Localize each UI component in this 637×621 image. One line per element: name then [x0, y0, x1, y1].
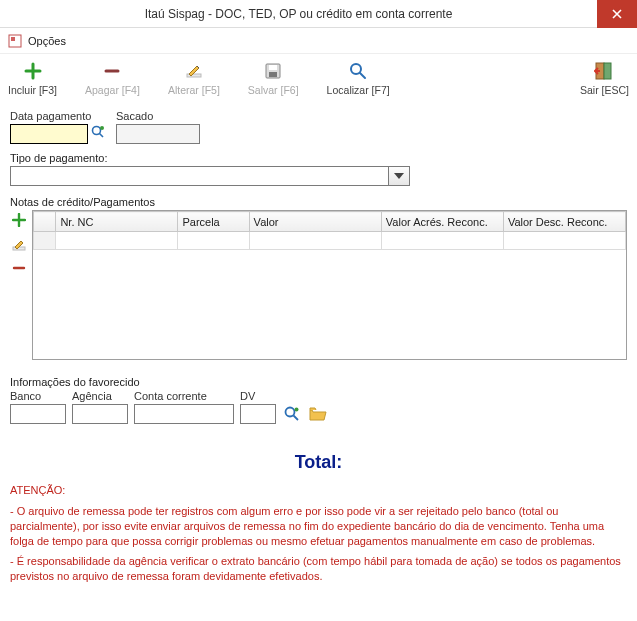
delete-button[interactable]: Apagar [F4] [85, 60, 140, 96]
data-pagamento-field: Data pagamento [10, 110, 106, 144]
grid-section: Notas de crédito/Pagamentos [10, 196, 627, 360]
total-label: Total: [295, 452, 343, 472]
sacado-field: Sacado [116, 110, 200, 144]
svg-point-13 [295, 408, 299, 412]
window-close-button[interactable] [597, 0, 637, 28]
agencia-input[interactable] [72, 404, 128, 424]
grid-col-nrnc[interactable]: Nr. NC [56, 212, 178, 232]
options-menu[interactable]: Opções [28, 35, 66, 47]
svg-rect-8 [604, 63, 611, 79]
tipo-pagamento-field: Tipo de pagamento: [10, 152, 627, 186]
sacado-input [116, 124, 200, 144]
plus-icon [22, 60, 44, 82]
svg-point-10 [100, 126, 104, 130]
window-title: Itaú Sispag - DOC, TED, OP ou crédito em… [0, 7, 597, 21]
tipo-pagamento-input[interactable] [10, 166, 388, 186]
warning-p1: - O arquivo de remessa pode ter registro… [10, 504, 627, 549]
find-button[interactable]: Localizar [F7] [327, 60, 390, 96]
grid-header-row: Nr. NC Parcela Valor Valor Acrés. Reconc… [34, 212, 626, 232]
conta-input[interactable] [134, 404, 234, 424]
conta-label: Conta corrente [134, 390, 234, 402]
grid-remove-button[interactable] [11, 260, 27, 276]
minus-icon [101, 60, 123, 82]
app-icon [8, 34, 22, 48]
edit-button[interactable]: Alterar [F5] [168, 60, 220, 96]
titlebar: Itaú Sispag - DOC, TED, OP ou crédito em… [0, 0, 637, 28]
save-button[interactable]: Salvar [F6] [248, 60, 299, 96]
grid-col-marker[interactable] [34, 212, 56, 232]
sacado-label: Sacado [116, 110, 200, 122]
dv-input[interactable] [240, 404, 276, 424]
svg-rect-4 [269, 65, 277, 70]
magnifier-small-icon [284, 406, 300, 422]
svg-rect-1 [11, 37, 15, 41]
door-exit-icon [593, 60, 615, 82]
data-pagamento-lookup-button[interactable] [90, 124, 106, 140]
tipo-pagamento-dropdown-button[interactable] [388, 166, 410, 186]
exit-button[interactable]: Sair [ESC] [580, 60, 629, 96]
grid-side-tools [10, 210, 28, 360]
magnifier-icon [347, 60, 369, 82]
dv-label: DV [240, 390, 276, 402]
total-line: Total: [10, 452, 627, 473]
grid-edit-button[interactable] [11, 236, 27, 252]
options-menu-row: Opções [0, 28, 637, 54]
favorecido-title: Informações do favorecido [10, 376, 627, 388]
pencil-icon [183, 60, 205, 82]
warning-block: ATENÇÃO: - O arquivo de remessa pode ter… [10, 483, 627, 584]
floppy-icon [262, 60, 284, 82]
warning-heading: ATENÇÃO: [10, 483, 627, 498]
warning-p2: - É responsabilidade da agência verifica… [10, 554, 627, 584]
grid-col-desc[interactable]: Valor Desc. Reconc. [503, 212, 625, 232]
favorecido-lookup-button[interactable] [282, 404, 302, 424]
svg-rect-5 [269, 72, 277, 77]
plus-small-icon [12, 213, 26, 227]
folder-open-icon [309, 406, 327, 422]
grid-col-parcela[interactable]: Parcela [178, 212, 249, 232]
svg-point-12 [286, 408, 295, 417]
grid-title: Notas de crédito/Pagamentos [10, 196, 627, 208]
favorecido-section: Informações do favorecido Banco Agência … [10, 376, 627, 424]
payments-grid[interactable]: Nr. NC Parcela Valor Valor Acrés. Reconc… [32, 210, 627, 360]
grid-col-acres[interactable]: Valor Acrés. Reconc. [381, 212, 503, 232]
favorecido-folder-button[interactable] [308, 404, 328, 424]
grid-col-valor[interactable]: Valor [249, 212, 381, 232]
data-pagamento-label: Data pagamento [10, 110, 106, 122]
banco-input[interactable] [10, 404, 66, 424]
minus-small-icon [12, 261, 26, 275]
close-icon [612, 9, 622, 19]
chevron-down-icon [394, 173, 404, 179]
include-button[interactable]: Incluir [F3] [8, 60, 57, 96]
agencia-label: Agência [72, 390, 128, 402]
pencil-small-icon [12, 237, 26, 251]
data-pagamento-input[interactable] [10, 124, 88, 144]
magnifier-small-icon [91, 125, 105, 139]
svg-point-9 [93, 127, 101, 135]
tipo-pagamento-label: Tipo de pagamento: [10, 152, 627, 164]
grid-add-button[interactable] [11, 212, 27, 228]
banco-label: Banco [10, 390, 66, 402]
table-row[interactable] [34, 232, 626, 250]
toolbar: Incluir [F3] Apagar [F4] Alterar [F5] Sa… [0, 54, 637, 102]
